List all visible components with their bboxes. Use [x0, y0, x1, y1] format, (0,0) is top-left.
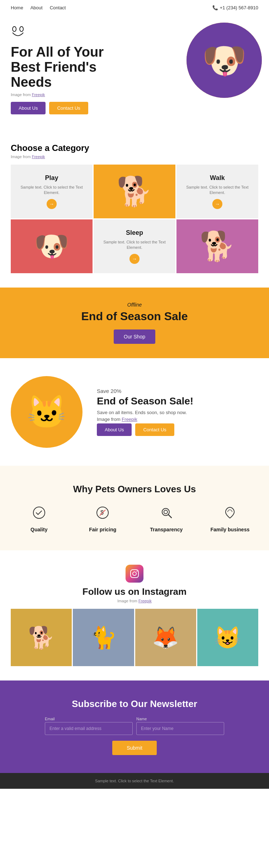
footer: Sample text. Click to select the Text El… [0, 773, 269, 789]
nav-about[interactable]: About [30, 5, 43, 10]
why-quality: Quality [11, 506, 67, 532]
dog-emoji-1: 🐕 [94, 165, 175, 218]
category-sleep: Sleep Sample text. Click to select the T… [94, 219, 175, 273]
svg-point-5 [162, 508, 169, 516]
instagram-heading: Follow us on Instagram [11, 586, 258, 597]
why-transparency: Transparency [138, 506, 195, 532]
save-content: Save 20% End of Season Sale! Save on all… [97, 388, 193, 436]
name-input[interactable] [136, 722, 224, 735]
category-play: Play Sample text. Click to select the Te… [11, 165, 93, 218]
play-desc: Sample text. Click to select the Text El… [16, 185, 87, 196]
category-dog-image-3: 🐕 [176, 219, 258, 273]
ig-photo-2[interactable]: 🐈 [73, 609, 134, 666]
category-dog-image-2: 🐶 [11, 219, 93, 273]
navbar: Home About Contact 📞 +1 (234) 567-8910 [0, 0, 269, 15]
offline-label: Offline [127, 302, 142, 308]
play-title: Play [45, 174, 58, 182]
save-buttons: About Us Contact Us [97, 423, 193, 436]
hero-contact-button[interactable]: Contact Us [49, 102, 88, 114]
save-about-button[interactable]: About Us [97, 423, 132, 436]
why-section: Why Pets Owners Loves Us Quality $ Fair … [0, 466, 269, 550]
nav-links: Home About Contact [11, 5, 66, 10]
walk-desc: Sample text. Click to select the Text El… [182, 185, 253, 196]
newsletter-form: Email Name Submit [11, 717, 258, 755]
svg-point-1 [20, 27, 23, 32]
why-family-business: Family business [202, 506, 259, 532]
ig-photo-4[interactable]: 😺 [197, 609, 258, 666]
walk-arrow[interactable]: → [212, 199, 222, 209]
category-section: Choose a Category Image from Freepik Pla… [0, 129, 269, 288]
save-freepik-link[interactable]: Freepik [122, 417, 137, 422]
family-business-label: Family business [211, 527, 250, 532]
nav-contact[interactable]: Contact [50, 5, 66, 10]
hero-buttons: About Us Contact Us [11, 102, 147, 114]
ig-photo-1[interactable]: 🐕 [11, 609, 72, 666]
save-section: 🐱 Save 20% End of Season Sale! Save on a… [0, 358, 269, 466]
save-contact-button[interactable]: Contact Us [135, 423, 174, 436]
save-credit: Image from Freepik [97, 417, 193, 422]
transparency-icon [159, 506, 174, 523]
email-label: Email [45, 717, 55, 721]
sleep-arrow[interactable]: → [129, 254, 140, 264]
instagram-credit: Image from Freepik [11, 599, 258, 603]
svg-point-0 [13, 27, 16, 32]
sale-heading: End of Season Sale [81, 310, 188, 323]
instagram-grid: 🐕 🐈 🦊 😺 [11, 609, 258, 666]
category-heading: Choose a Category [11, 143, 258, 153]
sale-banner: Offline End of Season Sale Our Shop [0, 288, 269, 358]
our-shop-button[interactable]: Our Shop [114, 329, 155, 344]
transparency-label: Transparency [150, 527, 183, 532]
why-grid: Quality $ Fair pricing Transparency [11, 506, 258, 532]
email-group: Email [45, 717, 133, 735]
svg-line-6 [169, 515, 171, 518]
name-label: Name [136, 717, 147, 721]
newsletter-section: Subscribe to Our Newsletter Email Name S… [0, 680, 269, 773]
svg-point-2 [33, 507, 45, 518]
category-dog-image-1: 🐕 [94, 165, 175, 218]
name-group: Name [136, 717, 224, 735]
form-row: Email Name [45, 717, 224, 735]
hero-logo-icon [11, 26, 147, 41]
hero-image-wrap: 🐶 [179, 19, 262, 101]
instagram-icon [126, 565, 143, 583]
svg-point-9 [133, 572, 136, 575]
svg-point-10 [137, 571, 138, 572]
why-fair-pricing: $ Fair pricing [75, 506, 131, 532]
dog-emoji-3: 🐕 [176, 219, 258, 273]
hero-dog-emoji: 🐶 [202, 42, 247, 78]
play-arrow[interactable]: → [47, 199, 57, 209]
save-desc: Save on all items. Ends soon, so shop no… [97, 410, 193, 415]
fair-pricing-icon: $ [95, 506, 110, 523]
sleep-desc: Sample text. Click to select the Text El… [99, 239, 170, 251]
newsletter-heading: Subscribe to Our Newsletter [11, 698, 258, 710]
hero-dog-circle: 🐶 [187, 23, 262, 98]
dog-emoji-2: 🐶 [11, 219, 93, 273]
ig-photo-3[interactable]: 🦊 [135, 609, 196, 666]
freepik-link[interactable]: Freepik [32, 93, 45, 97]
walk-title: Walk [210, 174, 225, 182]
svg-point-7 [164, 510, 167, 514]
category-freepik-link[interactable]: Freepik [32, 155, 45, 159]
category-walk: Walk Sample text. Click to select the Te… [176, 165, 258, 218]
category-credit: Image from Freepik [11, 155, 258, 159]
save-cat-image: 🐱 [11, 376, 82, 448]
quality-label: Quality [30, 527, 47, 532]
instagram-section: Follow us on Instagram Image from Freepi… [0, 550, 269, 680]
quality-icon [32, 506, 46, 523]
email-input[interactable] [45, 722, 133, 735]
submit-button[interactable]: Submit [112, 741, 157, 755]
footer-text: Sample text. Click to select the Text El… [11, 779, 258, 783]
family-business-icon [223, 506, 237, 523]
hero-image-credit: Image from Freepik [11, 93, 147, 97]
hero-heading: For All of Your Best Friend's Needs [11, 45, 147, 90]
category-grid: Play Sample text. Click to select the Te… [11, 165, 258, 273]
nav-home[interactable]: Home [11, 5, 23, 10]
save-percent: Save 20% [97, 388, 193, 394]
sleep-title: Sleep [126, 229, 143, 237]
save-heading: End of Season Sale! [97, 395, 193, 407]
phone-icon: 📞 [212, 5, 218, 10]
fair-pricing-label: Fair pricing [89, 527, 116, 532]
hero-about-button[interactable]: About Us [11, 102, 46, 114]
ig-freepik-link[interactable]: Freepik [138, 599, 152, 603]
phone-number: 📞 +1 (234) 567-8910 [212, 5, 258, 10]
